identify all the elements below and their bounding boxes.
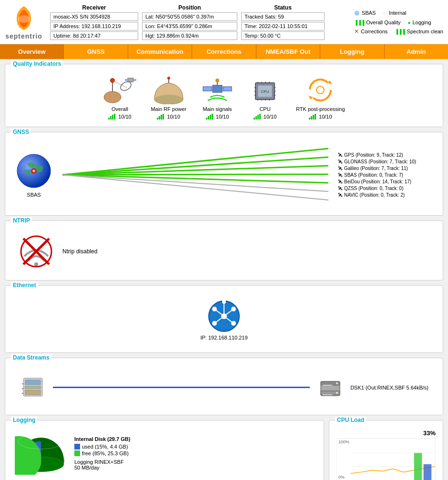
- rate-label: 50 MB/day: [74, 465, 130, 470]
- logging-icon: ●: [407, 20, 410, 25]
- internal-icon: ○: [383, 9, 387, 17]
- quality-label-rf: Main RF power: [151, 106, 186, 112]
- nav-item-communication[interactable]: Communication: [128, 44, 192, 59]
- ethernet-content: IP: 192.168.110.219: [10, 292, 438, 348]
- cpu-load-content: 33% 100% 0%: [334, 427, 438, 480]
- logging-title: Logging: [11, 417, 37, 423]
- svg-rect-89: [25, 386, 41, 389]
- quality-item-rtk: RTK post-processing 10/10: [296, 76, 345, 120]
- indicators-row1: ⊕ SBAS ○ Internal: [354, 9, 443, 17]
- svg-rect-88: [25, 380, 41, 385]
- receiver-group: Receiver mosaic-X5 S/N 3054928 IP Addres…: [50, 4, 138, 40]
- indicators-row2: ▐▐▐ Overall Quality ● Logging: [354, 20, 443, 25]
- main-content: Quality Indicators Overall: [0, 59, 448, 480]
- overall-icon: [103, 76, 136, 104]
- svg-rect-12: [114, 114, 115, 120]
- pie-chart: [15, 432, 67, 475]
- nav-item-gnss[interactable]: GNSS: [64, 44, 128, 59]
- svg-rect-10: [110, 116, 112, 120]
- rtk-icon: [301, 76, 339, 104]
- status-field-2: Temp: 50.00 °C: [241, 31, 325, 40]
- svg-rect-26: [206, 118, 207, 120]
- svg-rect-106: [414, 453, 422, 480]
- quality-score-rf: 10/10: [157, 114, 180, 120]
- cpu-chart: 100% 0%: [336, 438, 436, 480]
- satellite-icon-3: 🛰: [338, 172, 343, 178]
- source-icon: [20, 374, 46, 400]
- used-color: [74, 444, 80, 450]
- nav-item-nmea[interactable]: NMEA/SBF Out: [256, 44, 320, 59]
- signals-icon: [201, 76, 234, 104]
- svg-point-98: [336, 392, 338, 394]
- svg-point-52: [316, 86, 324, 94]
- svg-rect-18: [159, 116, 160, 120]
- quality-item-cpu: CPU CPU 10/10: [248, 76, 282, 120]
- svg-rect-99: [323, 385, 332, 386]
- bottom-row: Logging: [5, 420, 443, 480]
- svg-text:CPU: CPU: [261, 90, 269, 94]
- quality-item-overall: Overall 10/10: [103, 76, 136, 120]
- satellite-icon-0: 🛰: [338, 152, 343, 158]
- ntrip-panel: NTRIP Ntrip disabled: [5, 220, 443, 280]
- svg-rect-11: [112, 115, 113, 120]
- svg-point-0: [18, 15, 30, 23]
- svg-rect-29: [212, 114, 213, 120]
- svg-rect-23: [223, 87, 232, 91]
- quality-score-signals: 10/10: [206, 114, 229, 120]
- svg-rect-56: [315, 114, 316, 120]
- nav-item-overview[interactable]: Overview: [0, 44, 64, 59]
- cpu-load-title: CPU Load: [335, 417, 366, 423]
- used-legend: used (15%, 4.4 GB): [74, 444, 130, 450]
- satellite-icon-4: 🛰: [338, 179, 343, 184]
- quality-label-overall: Overall: [112, 106, 128, 112]
- quality-label-signals: Main signals: [203, 106, 232, 112]
- gnss-content: SBAS 🛰 G: [10, 139, 438, 210]
- ethernet-icon: [205, 300, 243, 333]
- ntrip-disabled-icon: [20, 235, 53, 268]
- free-color: [74, 450, 80, 456]
- satellite-icon-2: 🛰: [338, 166, 343, 171]
- ntrip-title: NTRIP: [11, 217, 32, 224]
- ethernet-panel: Ethernet IP: 192.168.110.219: [5, 285, 443, 353]
- nav-item-logging[interactable]: Logging: [320, 44, 384, 59]
- signal-lines-area: [62, 144, 328, 206]
- logo-text: septentrio: [5, 32, 42, 40]
- svg-rect-49: [257, 115, 259, 120]
- quality-score-rtk: 10/10: [309, 114, 332, 120]
- svg-rect-22: [203, 87, 212, 91]
- svg-rect-21: [213, 85, 222, 92]
- svg-point-16: [167, 77, 170, 80]
- sbas-icon: ⊕: [354, 9, 360, 17]
- receiver-field-2: Uptime: 8d 20:17:47: [50, 31, 138, 40]
- svg-rect-27: [208, 116, 209, 120]
- quality-label-rtk: RTK post-processing: [296, 106, 345, 112]
- logo: septentrio: [5, 4, 43, 40]
- globe-icon: [15, 152, 53, 190]
- svg-rect-107: [424, 464, 432, 480]
- quality-panel: Quality Indicators Overall: [5, 64, 443, 127]
- ethernet-ip: IP: 192.168.110.219: [200, 335, 247, 340]
- gnss-globe-area: SBAS: [15, 152, 53, 198]
- indicators-row3: ✕ Corrections ▐▐▐ Spectrum clean: [354, 28, 443, 35]
- svg-rect-9: [108, 118, 110, 120]
- nav-item-admin[interactable]: Admin: [385, 44, 448, 59]
- svg-rect-54: [311, 116, 312, 120]
- logging-content: Internal Disk (29.7 GB) used (15%, 4.4 G…: [10, 427, 319, 480]
- nav-item-corrections[interactable]: Corrections: [192, 44, 256, 59]
- spectrum-indicator: ▐▐▐ Spectrum clean: [395, 28, 443, 35]
- pie-svg: [15, 432, 67, 475]
- svg-line-67: [62, 174, 328, 175]
- svg-rect-47: [254, 118, 255, 120]
- quality-score-overall: 10/10: [108, 114, 132, 120]
- status-indicators: ⊕ SBAS ○ Internal ▐▐▐ Overall Quality ● …: [354, 9, 443, 35]
- data-streams-title: Data Streams: [11, 354, 51, 361]
- svg-rect-55: [313, 115, 314, 120]
- position-field-2: Hgt: 129.886m 0.924m: [142, 31, 237, 40]
- gnss-legend-item-2: 🛰 Galileo (Position: 7, Track: 11): [338, 166, 433, 171]
- quality-item-signals: Main signals 10/10: [201, 76, 234, 120]
- quality-label-cpu: CPU: [259, 106, 270, 112]
- svg-line-4: [112, 80, 127, 88]
- svg-point-71: [34, 262, 38, 266]
- corrections-indicator: ✕ Corrections: [354, 28, 387, 35]
- logging-indicator: ● Logging: [407, 20, 431, 25]
